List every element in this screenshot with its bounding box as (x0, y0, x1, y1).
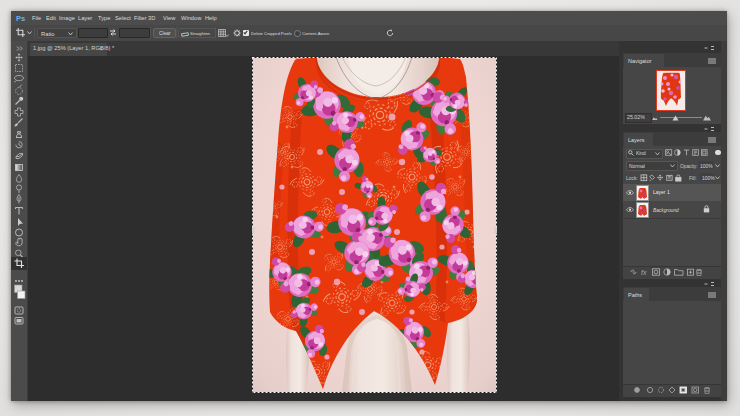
svg-text:fx: fx (641, 269, 647, 276)
